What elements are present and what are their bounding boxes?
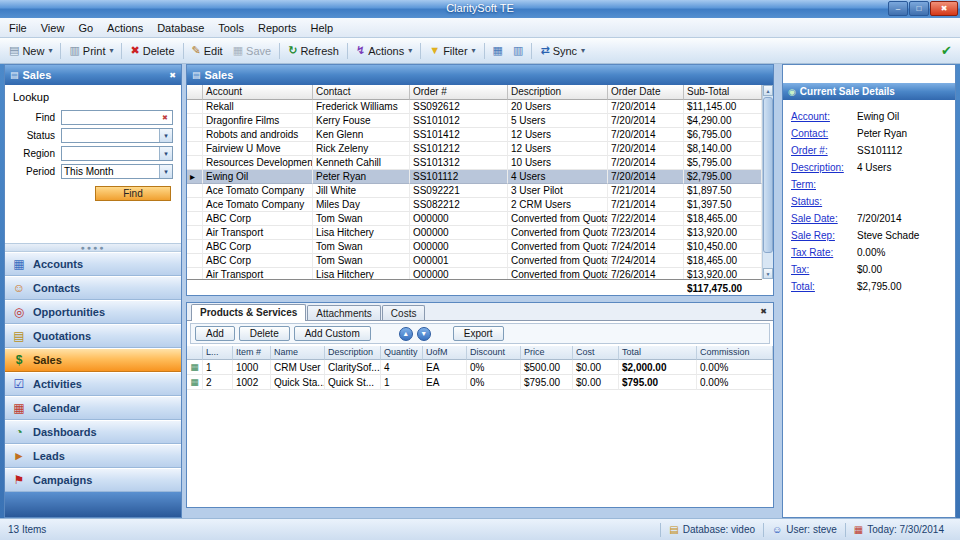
new-button[interactable]: ▤New▾ [4,43,57,59]
tab-costs[interactable]: Costs [382,305,426,320]
scroll-down-icon[interactable]: ▼ [763,268,773,279]
scrollbar-thumb[interactable] [763,97,773,253]
column-header[interactable]: Sub-Total [684,85,762,100]
detail-field-label[interactable]: Contact: [791,128,849,139]
status-select[interactable]: ▾ [61,128,173,143]
menu-tools[interactable]: Tools [211,20,251,36]
sidebar-item-quotations[interactable]: ▤Quotations [5,324,181,348]
minimize-button[interactable]: – [888,1,908,16]
sales-row[interactable]: Ace Tomato CompanyMiles DaySS0822122 CRM… [187,198,762,212]
filter-button[interactable]: ▼Filter▾ [424,43,480,59]
sidebar-item-activities[interactable]: ☑Activities [5,372,181,396]
sales-row[interactable]: Ace Tomato CompanyJill WhiteSS0922213 Us… [187,184,762,198]
panel-close-icon[interactable]: ✖ [760,307,767,316]
region-select[interactable]: ▾ [61,146,173,161]
save-button[interactable]: ▦Save [228,43,276,59]
scroll-up-icon[interactable]: ▲ [763,85,773,96]
sidebar-splitter[interactable]: ●●●● [5,243,181,252]
detail-field-label[interactable]: Tax: [791,264,849,275]
move-up-icon[interactable]: ▲ [399,327,413,341]
detail-field-label[interactable]: Tax Rate: [791,247,849,258]
clear-find-icon[interactable]: ✖ [159,112,171,123]
detail-field-label[interactable]: Account: [791,111,849,122]
detail-field-label[interactable]: Term: [791,179,849,190]
tab-attachments[interactable]: Attachments [307,305,381,320]
sales-row[interactable]: Air TransportLisa HitcheryO00000Converte… [187,268,762,279]
product-row[interactable]: ▦11000CRM UserClaritySof...4EA0%$500.00$… [187,360,773,375]
chevron-down-icon[interactable]: ▾ [159,165,172,178]
sales-row[interactable]: ABC CorpTom SwanO00000Converted from Quo… [187,212,762,226]
sidebar-item-campaigns[interactable]: ⚑Campaigns [5,468,181,492]
edit-button[interactable]: ✎Edit [187,43,228,59]
sales-row[interactable]: Air TransportLisa HitcheryO00000Converte… [187,226,762,240]
detail-field-label[interactable]: Order #: [791,145,849,156]
column-header[interactable]: Name [271,346,325,360]
add-button[interactable]: Add [195,326,235,341]
column-header[interactable]: Price [521,346,573,360]
sales-row[interactable]: Dragonfire FilmsKerry FouseSS1010125 Use… [187,114,762,128]
sales-row[interactable]: ABC CorpTom SwanO00000Converted from Quo… [187,240,762,254]
sales-row[interactable]: RekallFrederick WilliamsSS09261220 Users… [187,100,762,114]
sidebar-item-leads[interactable]: ►Leads [5,444,181,468]
sidebar-item-opportunities[interactable]: ◎Opportunities [5,300,181,324]
detail-field-label[interactable]: Description: [791,162,849,173]
move-down-icon[interactable]: ▼ [417,327,431,341]
refresh-button[interactable]: ↻Refresh [283,43,344,59]
print-button[interactable]: ▥Print▾ [64,43,118,59]
add-custom-button[interactable]: Add Custom [294,326,371,341]
find-button[interactable]: Find [95,186,171,201]
menu-go[interactable]: Go [71,20,100,36]
sidebar-close-icon[interactable]: ✖ [169,71,176,80]
vertical-scrollbar[interactable]: ▲ ▼ [762,85,773,279]
sidebar-item-contacts[interactable]: ☺Contacts [5,276,181,300]
menu-reports[interactable]: Reports [251,20,304,36]
column-header[interactable]: Contact [313,85,410,100]
column-header[interactable]: L... [203,346,233,360]
menu-view[interactable]: View [34,20,72,36]
column-header[interactable]: Order Date [608,85,684,100]
chevron-down-icon[interactable]: ▾ [159,147,172,160]
sidebar-item-sales[interactable]: $Sales [5,348,181,372]
sidebar-item-accounts[interactable]: ▦Accounts [5,252,181,276]
sales-row[interactable]: Resources DevelopmentKenneth CahillSS101… [187,156,762,170]
column-header[interactable]: Description [508,85,608,100]
detail-field-label[interactable]: Total: [791,281,849,292]
column-header[interactable]: Item # [233,346,271,360]
menu-database[interactable]: Database [150,20,211,36]
layout-grid-button[interactable]: ▦ [488,43,508,58]
close-button[interactable]: ✖ [930,1,958,16]
sales-row[interactable]: ▸Ewing OilPeter RyanSS1011124 Users7/20/… [187,170,762,184]
product-row[interactable]: ▦21002Quick Sta...Quick St...1EA0%$795.0… [187,375,773,390]
sync-button[interactable]: ⇄Sync▾ [535,43,590,59]
sales-row[interactable]: Robots and androidsKen GlennSS10141212 U… [187,128,762,142]
column-header[interactable]: Description [325,346,381,360]
column-header[interactable]: Account [203,85,313,100]
maximize-button[interactable]: □ [909,1,929,16]
chevron-down-icon[interactable]: ▾ [159,129,172,142]
column-header[interactable]: Total [619,346,697,360]
menu-file[interactable]: File [2,20,34,36]
sidebar-item-dashboards[interactable]: ◔Dashboards [5,420,181,444]
column-header[interactable]: Discount [467,346,521,360]
column-header[interactable]: Order # [410,85,508,100]
detail-field-label[interactable]: Status: [791,196,849,207]
titlebar[interactable]: ClaritySoft TE – □ ✖ [0,0,960,18]
column-header[interactable]: Quantity [381,346,423,360]
layout-columns-button[interactable]: ▥ [508,43,528,58]
column-header[interactable]: Commission [697,346,773,360]
sales-row[interactable]: Fairview U MoveRick ZelenySS10121212 Use… [187,142,762,156]
delete-button[interactable]: Delete [239,326,290,341]
menu-help[interactable]: Help [303,20,340,36]
period-select[interactable]: This Month ▾ [61,164,173,179]
detail-field-label[interactable]: Sale Rep: [791,230,849,241]
sales-row[interactable]: ABC CorpTom SwanO00001Converted from Quo… [187,254,762,268]
menu-actions[interactable]: Actions [100,20,150,36]
column-header[interactable]: UofM [423,346,467,360]
delete-button[interactable]: ✖Delete [125,43,179,59]
actions-button[interactable]: ↯Actions▾ [351,43,417,59]
column-header[interactable]: Cost [573,346,619,360]
sidebar-item-calendar[interactable]: ▦Calendar [5,396,181,420]
tab-products-services[interactable]: Products & Services [191,304,306,321]
find-input[interactable] [62,111,172,124]
export-button[interactable]: Export [453,326,504,341]
